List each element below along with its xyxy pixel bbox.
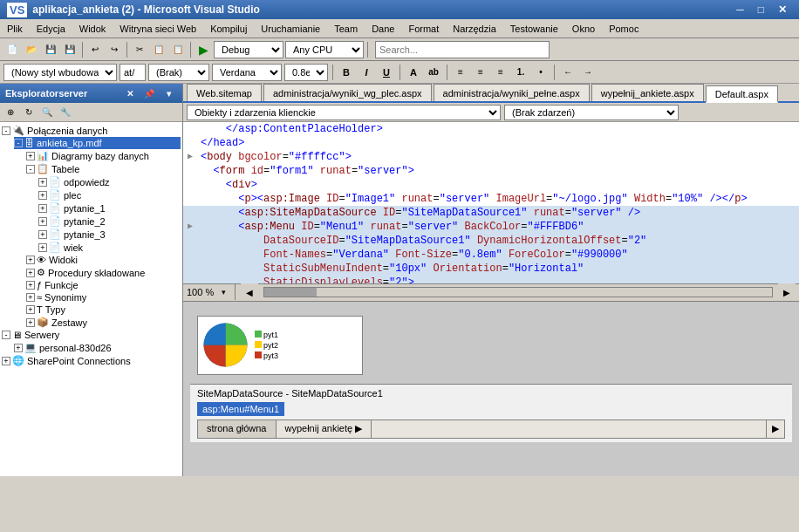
- expand-pytanie3[interactable]: +: [38, 230, 47, 239]
- menu-plik[interactable]: Plik: [0, 19, 30, 38]
- tree-item-odpowiedz[interactable]: + 📄 odpowiedz: [38, 175, 181, 188]
- tree-item-assemblies[interactable]: + 📦 Zestawy: [26, 316, 181, 329]
- tab-wypelnij[interactable]: wypełnij_ankiete.aspx: [591, 84, 704, 101]
- italic-btn[interactable]: I: [358, 64, 375, 81]
- expand-functions[interactable]: +: [26, 281, 35, 290]
- expand-sharepoint[interactable]: +: [2, 357, 10, 365]
- outdent-btn[interactable]: ←: [559, 64, 577, 81]
- zoom-dropdown-btn[interactable]: ▾: [217, 286, 229, 298]
- tree-item-wiek[interactable]: + 📄 wiek: [38, 241, 181, 254]
- menu-okno[interactable]: Okno: [565, 19, 602, 38]
- style-dropdown[interactable]: (Nowy styl wbudowany): [3, 64, 117, 81]
- new-project-btn[interactable]: 📄: [3, 41, 21, 58]
- expand-pytanie2[interactable]: +: [38, 217, 47, 226]
- expand-plec[interactable]: +: [38, 191, 47, 200]
- tab-default[interactable]: Default.aspx: [706, 85, 778, 103]
- objects-dropdown[interactable]: Obiekty i zdarzenia klienckie: [187, 105, 501, 120]
- minimize-btn[interactable]: ─: [731, 3, 749, 16]
- se-close-btn[interactable]: ✕: [121, 85, 139, 102]
- tree-item-views[interactable]: + 👁 Widoki: [26, 254, 181, 266]
- tree-item-sharepoint[interactable]: + 🌐 SharePoint Connections: [2, 354, 181, 367]
- menu-kompiluj[interactable]: Kompiluj: [203, 19, 254, 38]
- target-input[interactable]: [120, 64, 146, 81]
- restore-btn[interactable]: □: [753, 3, 769, 16]
- tab-websitemap[interactable]: Web.sitemap: [187, 84, 262, 101]
- expand-servers[interactable]: -: [2, 331, 10, 339]
- undo-btn[interactable]: ↩: [86, 41, 104, 58]
- tree-item-pytanie3[interactable]: + 📄 pytanie_3: [38, 228, 181, 241]
- ul-btn[interactable]: •: [532, 64, 550, 81]
- expand-tables[interactable]: -: [26, 165, 35, 174]
- tree-item-procedures[interactable]: + ⚙ Procedury składowane: [26, 266, 181, 279]
- se-filter-btn[interactable]: 🔍: [38, 104, 56, 121]
- tree-item-synonyms[interactable]: + ≈ Synonimy: [26, 291, 181, 304]
- size-dropdown[interactable]: 0.8em: [284, 64, 328, 81]
- nav-tab-home[interactable]: strona główna: [198, 420, 277, 438]
- scroll-right-btn[interactable]: ▶: [778, 283, 796, 301]
- expand-types[interactable]: +: [26, 305, 35, 314]
- tree-item-types[interactable]: + T Typy: [26, 304, 181, 316]
- open-btn[interactable]: 📂: [23, 41, 40, 58]
- align-right-btn[interactable]: ≡: [492, 64, 509, 81]
- save-btn[interactable]: 💾: [42, 41, 59, 58]
- expand-ankieta[interactable]: -: [14, 139, 23, 147]
- expand-synonyms[interactable]: +: [26, 293, 35, 302]
- menu-edycja[interactable]: Edycja: [30, 19, 72, 38]
- font-dropdown[interactable]: Verdana: [212, 64, 282, 81]
- menu-widok[interactable]: Widok: [72, 19, 113, 38]
- ol-btn[interactable]: 1.: [512, 64, 529, 81]
- save-all-btn[interactable]: 💾: [61, 41, 79, 58]
- menu-team[interactable]: Team: [327, 19, 365, 38]
- se-arrow-btn[interactable]: ▾: [160, 85, 177, 102]
- fontcolor-btn[interactable]: A: [405, 64, 422, 81]
- block-dropdown[interactable]: (Brak): [148, 64, 209, 81]
- se-pin-btn[interactable]: 📌: [140, 85, 158, 102]
- debug-mode-dropdown[interactable]: Debug: [214, 41, 283, 58]
- bgcolor-btn[interactable]: ab: [425, 64, 442, 81]
- tab-wyniki-plec[interactable]: administracja/wyniki_wg_plec.aspx: [263, 84, 432, 101]
- tree-item-tables[interactable]: - 📋 Tabele: [26, 162, 181, 175]
- tree-item-ankieta[interactable]: - 🗄 ankieta_kp.mdf: [14, 137, 181, 149]
- expand-personal[interactable]: +: [14, 344, 23, 352]
- copy-btn[interactable]: 📋: [150, 41, 167, 58]
- cut-btn[interactable]: ✂: [131, 41, 148, 58]
- code-editor[interactable]: </asp:ContentPlaceHolder> </head> ▶ <bod…: [183, 122, 799, 283]
- align-center-btn[interactable]: ≡: [472, 64, 489, 81]
- tree-item-plec[interactable]: + 📄 plec: [38, 188, 181, 201]
- indent-btn[interactable]: →: [579, 64, 597, 81]
- menu-uruchamianie[interactable]: Uruchamianie: [254, 19, 327, 38]
- menu-pomoc[interactable]: Pomoc: [602, 19, 645, 38]
- scroll-left-btn[interactable]: ◀: [241, 283, 258, 301]
- expand-pytanie1[interactable]: +: [38, 204, 47, 213]
- tree-item-servers[interactable]: - 🖥 Serwery: [2, 329, 181, 341]
- expand-data-connections[interactable]: -: [2, 126, 10, 135]
- underline-btn[interactable]: U: [378, 64, 395, 81]
- events-dropdown[interactable]: (Brak zdarzeń): [504, 105, 679, 120]
- menu-witryna[interactable]: Witryna sieci Web: [113, 19, 203, 38]
- search-input[interactable]: [375, 41, 550, 58]
- tab-wyniki-pelne[interactable]: administracja/wyniki_pełne.aspx: [434, 84, 590, 101]
- expand-procedures[interactable]: +: [26, 269, 35, 277]
- tree-item-pytanie1[interactable]: + 📄 pytanie_1: [38, 201, 181, 215]
- menu-dane[interactable]: Dane: [365, 19, 401, 38]
- redo-btn[interactable]: ↪: [106, 41, 123, 58]
- expand-diagrams[interactable]: +: [26, 152, 35, 160]
- expand-views[interactable]: +: [26, 256, 35, 264]
- expand-assemblies[interactable]: +: [26, 318, 35, 327]
- platform-dropdown[interactable]: Any CPU: [285, 41, 364, 58]
- expand-odpowiedz[interactable]: +: [38, 178, 47, 187]
- expand-wiek[interactable]: +: [38, 243, 47, 252]
- nav-tab-fill[interactable]: wypełnij ankietę ▶: [277, 420, 372, 438]
- se-prop-btn[interactable]: 🔧: [57, 104, 74, 121]
- menu-narzedzia[interactable]: Narzędzia: [446, 19, 503, 38]
- se-add-btn[interactable]: ⊕: [2, 104, 19, 121]
- run-btn[interactable]: ▶: [195, 41, 212, 58]
- tree-item-pytanie2[interactable]: + 📄 pytanie_2: [38, 215, 181, 228]
- menu-format[interactable]: Format: [401, 19, 446, 38]
- tree-item-diagrams[interactable]: + 📊 Diagramy bazy danych: [26, 149, 181, 162]
- close-btn[interactable]: ✕: [773, 3, 792, 16]
- paste-btn[interactable]: 📋: [169, 41, 187, 58]
- tree-item-functions[interactable]: + ƒ Funkcje: [26, 279, 181, 291]
- bold-btn[interactable]: B: [338, 64, 355, 81]
- nav-scroll-btn[interactable]: ▶: [766, 420, 784, 438]
